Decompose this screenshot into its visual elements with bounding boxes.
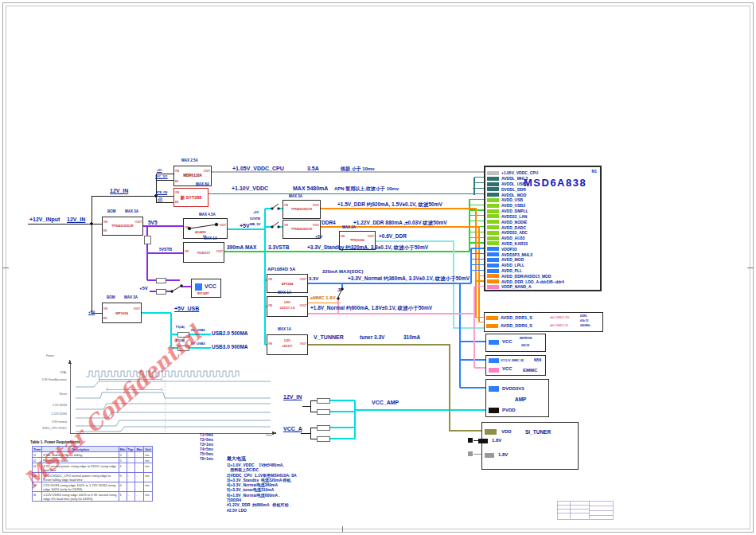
pin-label: AVDDL_MOD <box>501 193 526 197</box>
timing-constraint: T6>1ms <box>200 457 213 462</box>
note-line: #2.5V LDO <box>227 508 297 513</box>
regulator-tps54331: TPS54331DDCR VIN EN VOUT <box>102 217 143 236</box>
pin-color-swatch <box>487 258 499 262</box>
pin-color-swatch <box>487 171 499 175</box>
pin-label: AVDD_USB <box>501 197 523 202</box>
chip-pin: AVDD_KAR33 <box>487 241 564 247</box>
net-vcc-amp: VCC_AMP <box>372 400 399 405</box>
chip-pin: VDDP33 <box>487 246 564 252</box>
emmc-block: VCC3.3V_EMMC_SD N56 VCC EMMC <box>485 355 546 376</box>
pin-color-swatch <box>487 279 499 283</box>
net-label-5v-d: +5V <box>88 310 95 314</box>
table-header-row: TimeDescriptionMinTyp.MaxUnit <box>33 447 153 452</box>
rail-0v6-ddr: +0.6V_DDR <box>379 233 407 239</box>
table-row: t1 XTAL stable to Reset falling 5 - - ms <box>33 452 153 458</box>
chip-pin: AVDD_DDR/AVDD15_MOD <box>487 273 564 279</box>
jumper-label-5vstb: 5VSTB <box>250 217 260 221</box>
bom-tps54331: BOM <box>107 209 116 213</box>
pin-color-swatch <box>487 285 499 289</box>
amp-pvdd-swatch <box>489 408 499 413</box>
ldo-tos1117: TOS1117 VIN VOUT <box>183 242 224 263</box>
rail-1v10-max: MAX 5480mA <box>293 185 328 191</box>
jumper-label-5v: +5V <box>253 210 259 214</box>
pin-color-swatch <box>487 274 499 278</box>
rail-1v5-ddr: +1.5V_DDR 约920mA, 1.5V±0.1V, 纹波50mV <box>337 201 442 209</box>
pin-label: DVDDL_DDR <box>501 187 526 192</box>
usb3-current: USB3.0 900MA <box>212 344 248 350</box>
chip-refdes: N1 <box>592 169 597 174</box>
pin-color-swatch <box>487 252 499 256</box>
timing-constraint: T4>5ms <box>200 447 213 452</box>
ap1084-header: AP1084D 5A <box>267 267 295 271</box>
pin-color-swatch <box>487 198 499 202</box>
chip-pin: AVDD33_ADC <box>487 230 564 236</box>
net-tuner <box>308 345 483 431</box>
regulator-tps54321-a: TPS54321DDCR VIN VOUT <box>283 200 321 219</box>
max-current-notes: 最大电流 1)+1.0V_VDDC 1V约5480mA, 用料取上DC/DC2)… <box>227 455 297 513</box>
tuner-3v3: tuner 3.3V <box>360 334 384 340</box>
pin-label: AVDD3P3_MHL3 <box>501 252 532 257</box>
pin-color-swatch <box>487 177 499 181</box>
title-block <box>557 501 613 519</box>
net-5v-usb: +5V_USB <box>174 306 199 311</box>
table-title: Table 1. Power Requirements <box>30 440 80 444</box>
chip-pin: +1.05V_VDDC_CPU <box>487 170 564 176</box>
timing-power-label: Power <box>46 355 78 358</box>
note-line: #1.22V_DDR 约880mA 待机可控 . <box>227 502 297 507</box>
chip-pin: AVDD3P3_MHL3 <box>487 252 564 257</box>
pin-color-swatch <box>487 225 499 229</box>
timing-signal-33normal: 3.3V normal <box>35 421 67 424</box>
timing-signal-standby: 3.3V Standby power <box>35 379 67 382</box>
chip-pin: AVDD_LPLL <box>487 263 564 268</box>
table-header-cell: Min <box>119 447 127 452</box>
power-requirements-table: TimeDescriptionMinTyp.MaxUnit t1 XTAL st… <box>32 446 153 502</box>
vcc-swatch <box>195 283 202 291</box>
max-ldo33: MAX 1A <box>278 327 291 331</box>
timing-signal-ddr122: 1.22V DDR4 <box>35 413 67 416</box>
chip-pin-list: +1.05V_VDDC_CPU AVDDL_MHL3 AVDDL_USB3 DV… <box>487 170 564 290</box>
max-tps54331: MAX 3A <box>125 209 138 213</box>
pin-label: AVDD_PLL <box>501 268 522 273</box>
pin-color-swatch <box>487 214 499 218</box>
rail-1v05-current: 3.5A <box>307 166 319 171</box>
table-row: t6 1.22V DDR4 rising edge 100% to 3.3V n… <box>33 492 153 502</box>
pin-label: VDDP33 <box>501 247 516 252</box>
pin-color-swatch <box>487 247 499 251</box>
max-mp: MAX 3A <box>124 295 138 299</box>
amp-block: DVDD3V3 AMP PVDD <box>485 379 549 417</box>
timing-time-label: Time <box>266 435 298 438</box>
pin-color-swatch <box>487 264 499 268</box>
jumper-jp: JP <box>337 287 343 292</box>
pin-label: AVDD33_LAN <box>501 214 527 219</box>
pin-label: AVDD_DDR/AVDD15_MOD <box>501 274 551 279</box>
chip-pin: AVDD_NODIE <box>487 219 564 225</box>
timing-signal-vddc: VDDC_CPU /VDDC <box>35 428 67 431</box>
emmc-vcc-swatch <box>489 368 499 373</box>
chip-pin: AVDD_USB3 <box>487 203 564 209</box>
note-line: 2)VDDC_CPU 1.1V采用MSH610A: 8A <box>227 473 297 478</box>
pin-label: AVDD_DADC <box>501 225 526 230</box>
ddr-pin-swatch <box>486 324 498 329</box>
net-label-5v-c: +5V <box>315 234 322 239</box>
chip-pin: AVDDL_MOD <box>487 192 564 197</box>
pin-color-swatch <box>487 209 499 213</box>
table-row: t5 2.5V DDR4 rising edge 100% to 1.22V D… <box>33 482 153 492</box>
ldo-ld1117-33: LDO LD1117 VIN VOUT <box>267 334 308 355</box>
max-t321: MAX 3A <box>289 194 302 198</box>
max-tos: MAX 1A <box>204 236 217 240</box>
soc-220ma: 220mA MAX(SOC) <box>322 269 363 274</box>
timing-signal-reset: Reset <box>35 393 67 396</box>
table-row: t3 3.3V normal power rising edge to VDDC… <box>33 463 153 473</box>
net-12v-bottom: 12V_IN <box>283 394 302 400</box>
net-label-5v5: 5V5 <box>148 220 158 225</box>
table-row: t4 VDDC/VDDC_CPU normal power rising edg… <box>33 473 153 482</box>
regulator-syt288: 新 SYT288 VIN EN <box>173 188 208 207</box>
net-0v6 <box>376 241 484 328</box>
regulator-mp1654: MP1654 VIN EN VOUT <box>102 303 142 323</box>
max-ldo18: MAX 1A <box>278 291 291 295</box>
rail-1v10-note: APN 暂用以上,纹波小于 10mv <box>334 185 399 193</box>
table-header-cell: Time <box>33 447 42 452</box>
pin-label: VDDP_NAND_A <box>501 284 532 289</box>
ldo-ld1117-18: LDO LD1117-1.8 VIN VOUT <box>267 296 308 317</box>
rail-1v05: +1.05V_VDDC_CPU <box>232 166 284 171</box>
